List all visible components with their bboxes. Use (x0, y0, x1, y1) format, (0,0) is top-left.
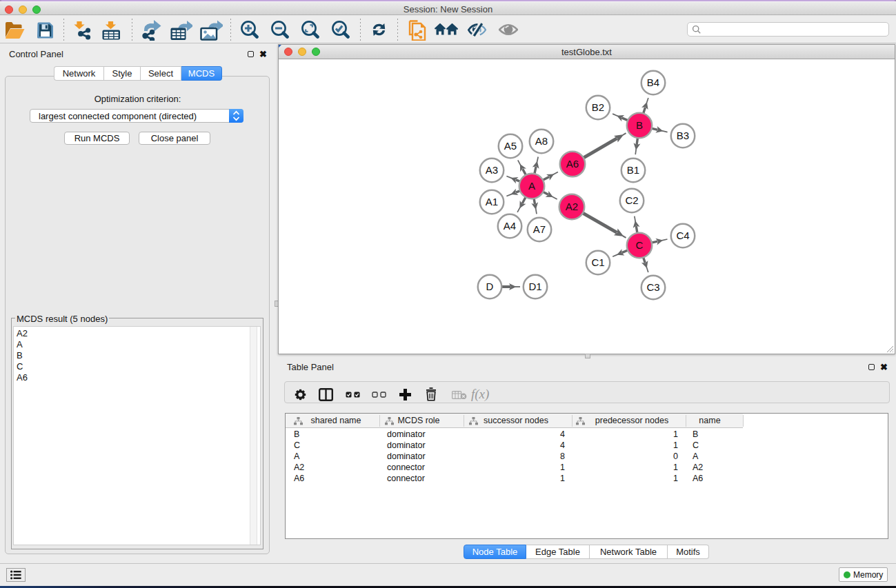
svg-text:B: B (636, 119, 643, 131)
svg-text:B1: B1 (627, 164, 639, 176)
svg-text:A7: A7 (533, 223, 546, 235)
svg-text:A6: A6 (566, 158, 579, 170)
svg-text:A3: A3 (486, 164, 498, 176)
svg-text:A8: A8 (535, 135, 548, 147)
svg-text:A4: A4 (504, 220, 516, 232)
svg-text:B3: B3 (677, 130, 689, 141)
svg-text:C3: C3 (646, 281, 659, 293)
svg-text:D1: D1 (528, 281, 541, 292)
svg-text:A5: A5 (504, 140, 517, 152)
svg-text:C2: C2 (625, 194, 638, 206)
svg-text:D: D (486, 281, 494, 292)
svg-text:A1: A1 (486, 196, 498, 207)
svg-text:C1: C1 (591, 256, 604, 268)
svg-text:A2: A2 (566, 201, 578, 212)
svg-text:A: A (528, 180, 535, 192)
svg-text:C4: C4 (676, 230, 689, 241)
svg-text:B2: B2 (592, 101, 604, 113)
svg-text:B4: B4 (647, 77, 659, 88)
svg-text:C: C (636, 239, 644, 251)
